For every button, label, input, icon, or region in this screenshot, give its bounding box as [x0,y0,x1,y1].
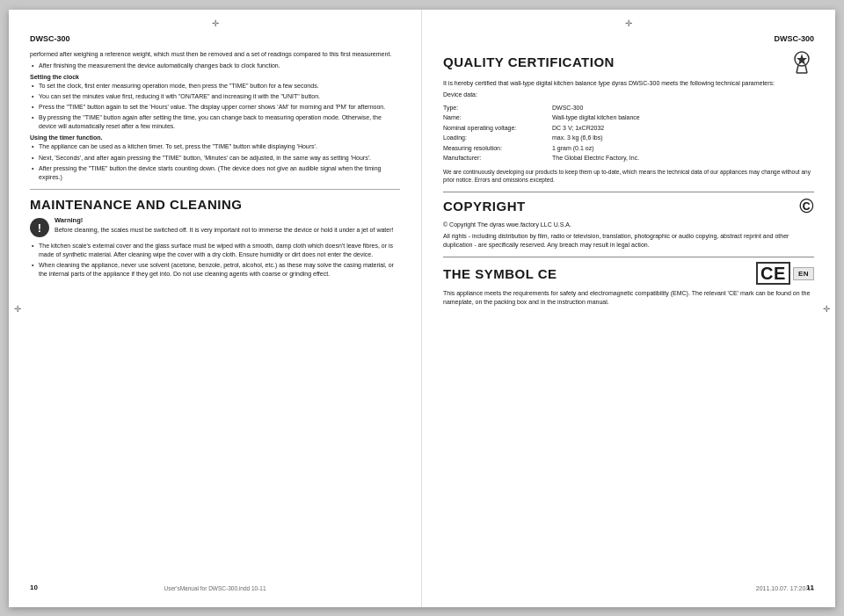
device-data-table: Type: DWSC-300 Name: Wall-type digital k… [443,104,814,163]
clock-bullet-3: By pressing the "TIME" button again afte… [30,113,400,131]
maintenance-bullet-1: When cleaning the appliance, never use s… [30,261,400,279]
copyright-line1: © Copyright The dyras wwe.factory LLC U.… [443,221,814,229]
left-page: ✛ ✛ DWSC-300 performed after weighing a … [9,10,422,607]
svg-line-2 [797,65,798,73]
copyright-icon: © [799,197,814,216]
row-resolution-label: Measuring resolution: [443,144,549,154]
timer-bullet-0: The appliance can be used as a kitchen t… [30,142,400,151]
warning-title: Warning! [55,216,83,224]
device-data-label: Device data: [443,91,814,99]
clock-bullet-1: You can set the minutes value first, red… [30,92,400,101]
row-manufacturer-label: Manufacturer: [443,154,549,163]
document-spread: ✛ ✛ DWSC-300 performed after weighing a … [9,10,835,607]
clock-bullet-0: To set the clock, first enter measuring … [30,82,400,91]
row-name-value: Wall-type digital kitchen balance [552,113,814,123]
timer-bullet-2: After pressing the "TIME" button the dev… [30,164,400,182]
row-resolution-value: 1 gram (0.1 oz) [552,144,814,154]
ce-mark-icon: CE [756,262,790,285]
registration-cross-right: ✛ [823,303,830,313]
clock-bullet-2: Press the "TIME" button again to set the… [30,103,400,112]
ce-heading: THE SYMBOL CE CE EN [443,262,814,285]
intro-text-1: performed after weighing a reference wei… [30,50,400,59]
row-manufacturer-value: The Global Electric Factory, Inc. [552,154,814,163]
ce-text: This appliance meets the requirements fo… [443,289,814,307]
svg-line-3 [805,65,807,73]
registration-cross-top-right: ✛ [625,18,632,28]
registration-cross-left: ✛ [14,303,21,313]
warning-text: Warning! Before cleaning, the scales mus… [55,216,393,235]
row-name-label: Name: [443,113,549,123]
registration-cross-top: ✛ [212,18,219,28]
row-type-value: DWSC-300 [552,104,814,113]
right-page: ✛ ✛ DWSC-300 QUALITY CERTIFICATION It is… [422,10,835,607]
right-header: DWSC-300 [443,34,814,43]
footer-filename: User'sManual for DWSC-300.indd 10-11 [164,585,266,591]
ce-section: THE SYMBOL CE CE EN This appliance meets… [443,262,814,307]
copyright-line2: All rights - including distribution by f… [443,232,814,250]
left-header: DWSC-300 [30,34,400,43]
page-number-left: 10 [30,583,38,591]
setting-clock-heading: Setting the clock [30,74,400,80]
quality-icon [789,50,814,75]
copyright-heading-text: COPYRIGHT [443,199,526,214]
quality-intro: It is hereby certified that wall-type di… [443,79,814,88]
quality-footer-note: We are continuously developing our produ… [443,168,814,185]
row-loading-value: max. 3 kg (6,6 lbs) [552,134,814,143]
section-divider [30,189,400,190]
maintenance-heading: MAINTENANCE AND CLEANING [30,197,400,212]
row-loading-label: Loading: [443,134,549,143]
svg-marker-1 [797,54,807,65]
row-voltage-label: Nominal operating voltage: [443,124,549,134]
quality-heading: QUALITY CERTIFICATION [443,50,814,75]
warning-icon: ! [30,218,49,237]
copyright-heading: COPYRIGHT © [443,197,814,216]
row-voltage-value: DC 3 V; 1xCR2032 [552,124,814,134]
row-type-label: Type: [443,104,549,113]
warning-body: Before cleaning, the scales must be swit… [55,227,393,233]
timer-bullet-1: Next, 'Seconds', and after again pressin… [30,154,400,163]
quality-heading-text: QUALITY CERTIFICATION [443,54,615,69]
maintenance-bullet-0: The kitchen scale's external cover and t… [30,242,400,259]
timer-heading: Using the timer function. [30,134,400,141]
copyright-divider [443,192,814,192]
warning-box: ! Warning! Before cleaning, the scales m… [30,216,400,237]
en-badge: EN [793,267,814,280]
ce-heading-text: THE SYMBOL CE [443,266,557,281]
ce-divider [443,257,814,257]
footer-date: 2011.10.07. 17:20:11 [756,585,814,591]
intro-bullet: After finishing the measurement the devi… [30,62,400,70]
